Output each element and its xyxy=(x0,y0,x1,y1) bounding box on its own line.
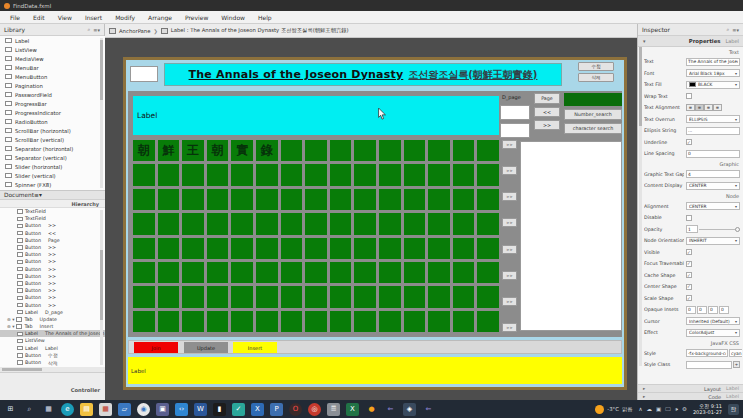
start-button[interactable]: ⊞ xyxy=(4,403,17,416)
inspector-search-icon[interactable]: ⌕ xyxy=(726,26,729,33)
library-item-radiobutton[interactable]: RadioButton xyxy=(0,117,105,126)
breadcrumb-root[interactable]: AnchorPane xyxy=(119,28,151,34)
tree-item[interactable]: ⊕ ▾TabUpdate xyxy=(0,316,105,323)
grid-cell-button[interactable] xyxy=(453,189,475,210)
tray-icon-2[interactable]: ▣ xyxy=(656,406,661,412)
page-number-field[interactable] xyxy=(500,105,530,120)
task-view-icon[interactable]: ▦ xyxy=(42,403,55,416)
grid-cell-button[interactable]: 鮮 xyxy=(158,140,180,161)
grid-cell-button[interactable] xyxy=(133,189,155,210)
grid-cell-button[interactable] xyxy=(330,164,352,185)
tree-item[interactable]: ListView xyxy=(0,337,105,344)
grid-cell-button[interactable] xyxy=(182,286,204,307)
grid-cell-button[interactable] xyxy=(231,189,253,210)
grid-cell-button[interactable] xyxy=(256,286,278,307)
grid-cell-button[interactable] xyxy=(158,262,180,283)
grid-cell-button[interactable] xyxy=(281,213,303,234)
grid-cell-button[interactable] xyxy=(158,164,180,185)
grid-cell-button[interactable] xyxy=(330,286,352,307)
grid-cell-button[interactable] xyxy=(477,164,499,185)
row-expand-button[interactable]: >> xyxy=(502,166,517,175)
grid-cell-button[interactable] xyxy=(133,311,155,332)
grid-cell-button[interactable] xyxy=(330,311,352,332)
grid-cell-button[interactable] xyxy=(158,311,180,332)
grid-cell-button[interactable] xyxy=(281,286,303,307)
grid-cell-button[interactable] xyxy=(305,140,327,161)
word-icon[interactable]: W xyxy=(194,403,207,416)
grid-cell-button[interactable]: 實 xyxy=(231,140,253,161)
inset-input[interactable] xyxy=(686,306,696,314)
ime-indicator[interactable]: 한 xyxy=(728,404,739,415)
menu-item-file[interactable]: File xyxy=(10,14,20,21)
plus-button[interactable]: + xyxy=(733,361,740,368)
grid-cell-button[interactable] xyxy=(182,311,204,332)
property-dropdown[interactable]: INHERIT▾ xyxy=(686,237,740,245)
grid-cell-button[interactable] xyxy=(428,238,450,259)
property-dropdown[interactable]: Arial Black 18px▾ xyxy=(686,69,740,77)
menu-item-window[interactable]: Window xyxy=(221,14,245,21)
property-dropdown[interactable]: Inherited (Default)▾ xyxy=(686,317,740,325)
library-item-label[interactable]: Label xyxy=(0,36,105,45)
property-checkbox[interactable]: ✓ xyxy=(686,284,692,290)
menu-item-arrange[interactable]: Arrange xyxy=(148,14,172,21)
grid-cell-button[interactable] xyxy=(281,189,303,210)
row-expand-button[interactable]: >> xyxy=(502,323,517,332)
property-input[interactable] xyxy=(686,127,740,135)
grid-cell-button[interactable] xyxy=(158,286,180,307)
row-expand-button[interactable]: >> xyxy=(502,140,517,149)
teams-icon[interactable]: ✓ xyxy=(232,403,245,416)
library-item-scrollbar-vertical-[interactable]: ScrollBar (vertical) xyxy=(0,135,105,144)
folder-icon[interactable]: ▱ xyxy=(118,403,131,416)
library-item-slider-vertical-[interactable]: Slider (vertical) xyxy=(0,171,105,180)
orange-app-icon[interactable]: ● xyxy=(365,403,378,416)
grid-cell-button[interactable]: 王 xyxy=(182,140,204,161)
grid-cell-button[interactable] xyxy=(453,286,475,307)
tray-icon-0[interactable]: ∧ xyxy=(638,406,642,412)
grid-cell-button[interactable] xyxy=(330,213,352,234)
grid-cell-button[interactable] xyxy=(354,213,376,234)
grid-cell-button[interactable] xyxy=(158,213,180,234)
tree-item[interactable]: Button>> xyxy=(0,258,105,265)
powerpoint-icon[interactable]: P xyxy=(270,403,283,416)
grid-cell-button[interactable] xyxy=(453,262,475,283)
tray-icon-1[interactable]: ☁ xyxy=(647,406,653,412)
library-item-scrollbar-horizontal-[interactable]: ScrollBar (horizontal) xyxy=(0,126,105,135)
property-dropdown[interactable]: ColorAdjust▾ xyxy=(686,329,740,337)
tree-item[interactable]: Button수정 xyxy=(0,352,105,359)
menu-item-help[interactable]: Help xyxy=(258,14,272,21)
file-explorer-icon[interactable]: ▤ xyxy=(80,403,93,416)
grid-cell-button[interactable] xyxy=(133,286,155,307)
tray-icon-3[interactable]: 🖵 xyxy=(665,406,670,413)
number-search-button[interactable]: Number_search xyxy=(564,109,622,120)
align-right-icon[interactable]: ≡ xyxy=(704,104,713,111)
controller-section-bar[interactable]: Controller xyxy=(0,372,105,400)
menu-item-preview[interactable]: Preview xyxy=(185,14,208,21)
grid-cell-button[interactable] xyxy=(428,286,450,307)
photos-icon[interactable]: ▣ xyxy=(156,403,169,416)
grid-cell-button[interactable] xyxy=(133,213,155,234)
back-arrow-app2-icon[interactable]: ⇐ xyxy=(422,403,435,416)
property-checkbox[interactable]: ✓ xyxy=(686,139,692,145)
grid-cell-button[interactable] xyxy=(281,140,303,161)
next-page-button[interactable]: >> xyxy=(534,120,560,130)
grid-cell-button[interactable] xyxy=(477,311,499,332)
database-icon[interactable]: 𝄜 xyxy=(327,403,340,416)
tray-icon-5[interactable]: ⚙ xyxy=(682,406,687,412)
tab-join[interactable]: Join xyxy=(134,342,178,353)
grid-cell-button[interactable] xyxy=(256,164,278,185)
grid-cell-button[interactable] xyxy=(256,238,278,259)
hierarchy-section-bar[interactable]: Hierarchy xyxy=(0,200,105,208)
grid-cell-button[interactable] xyxy=(428,140,450,161)
grid-cell-button[interactable]: 朝 xyxy=(133,140,155,161)
tree-item[interactable]: Button삭제 xyxy=(0,359,105,366)
grid-cell-button[interactable] xyxy=(428,213,450,234)
expander-icon[interactable]: ⊕ ▾ xyxy=(7,324,14,329)
property-checkbox[interactable] xyxy=(686,215,692,221)
tree-item[interactable]: Button>> xyxy=(0,273,105,280)
library-item-menubutton[interactable]: MenuButton xyxy=(0,72,105,81)
grid-cell-button[interactable] xyxy=(182,213,204,234)
align-center-icon[interactable]: ≡ xyxy=(695,104,704,111)
tree-item[interactable]: Button>> xyxy=(0,280,105,287)
character-field[interactable] xyxy=(500,123,530,138)
library-scrollbar[interactable] xyxy=(100,38,103,188)
